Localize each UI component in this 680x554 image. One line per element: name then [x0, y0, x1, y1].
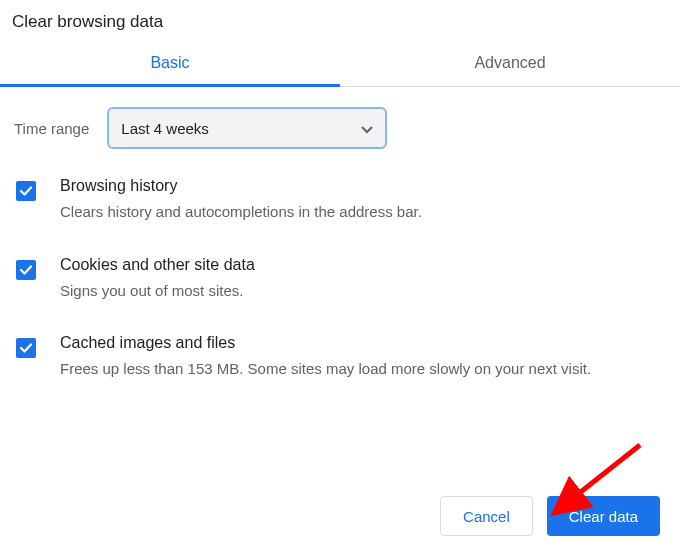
option-browsing-history: Browsing history Clears history and auto… [14, 177, 666, 224]
option-title: Browsing history [60, 177, 422, 195]
time-range-value: Last 4 weeks [121, 120, 209, 137]
checkbox-cookies[interactable] [16, 260, 36, 280]
dialog-content: Time range Last 4 weeks Browsing history… [0, 87, 680, 381]
dropdown-caret-icon [361, 120, 373, 137]
checkbox-browsing-history[interactable] [16, 181, 36, 201]
checkmark-icon [19, 341, 33, 355]
option-title: Cached images and files [60, 334, 591, 352]
cancel-button[interactable]: Cancel [440, 496, 533, 536]
dialog-title: Clear browsing data [0, 0, 680, 40]
option-description: Frees up less than 153 MB. Some sites ma… [60, 358, 591, 381]
option-cookies: Cookies and other site data Signs you ou… [14, 256, 666, 303]
option-title: Cookies and other site data [60, 256, 255, 274]
time-range-row: Time range Last 4 weeks [14, 107, 666, 149]
time-range-label: Time range [14, 120, 89, 137]
checkbox-cached[interactable] [16, 338, 36, 358]
option-cached: Cached images and files Frees up less th… [14, 334, 666, 381]
time-range-select[interactable]: Last 4 weeks [107, 107, 387, 149]
tab-advanced[interactable]: Advanced [340, 40, 680, 86]
dialog-footer: Cancel Clear data [440, 496, 660, 536]
checkmark-icon [19, 184, 33, 198]
tab-bar: Basic Advanced [0, 40, 680, 87]
option-description: Signs you out of most sites. [60, 280, 255, 303]
clear-data-button[interactable]: Clear data [547, 496, 660, 536]
tab-basic[interactable]: Basic [0, 40, 340, 86]
option-description: Clears history and autocompletions in th… [60, 201, 422, 224]
checkmark-icon [19, 263, 33, 277]
